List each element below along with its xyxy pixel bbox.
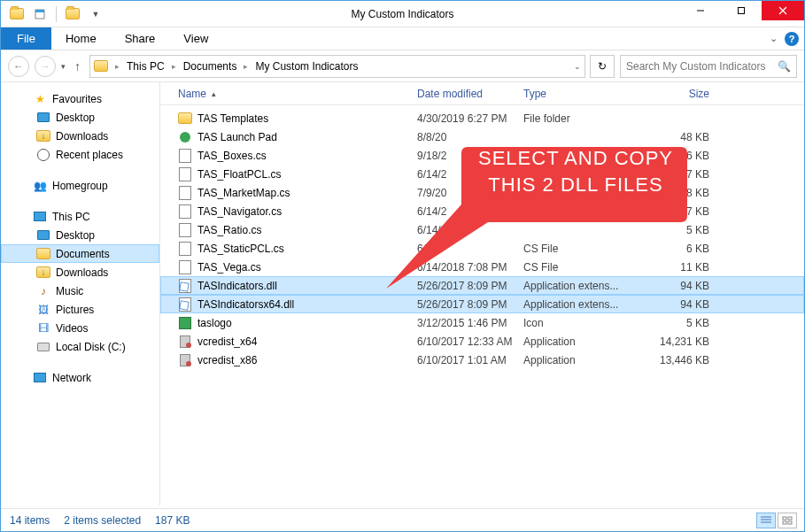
file-date: 6/1 [417, 243, 523, 255]
cs-icon [178, 223, 192, 237]
sidebar-homegroup[interactable]: 👥Homegroup [1, 176, 159, 195]
status-bar: 14 items 2 items selected 187 KB [1, 508, 804, 531]
up-button[interactable]: ↑ [71, 59, 84, 73]
sidebar-fav-recent[interactable]: Recent places [1, 145, 159, 164]
file-row[interactable]: TASIndicatorsx64.dll5/26/2017 8:09 PMApp… [160, 295, 804, 313]
file-row[interactable]: TAS_Navigator.cs6/14/27 KB [160, 202, 804, 220]
sidebar-fav-desktop[interactable]: Desktop [1, 108, 159, 127]
sidebar-pc-localdisk[interactable]: Local Disk (C:) [1, 337, 159, 356]
chevron-right-icon[interactable]: ▸ [112, 62, 123, 71]
svg-rect-1 [35, 10, 44, 12]
file-size: 5 KB [639, 224, 718, 236]
qat-new-folder[interactable] [62, 4, 83, 24]
address-bar[interactable]: ▸ This PC ▸ Documents ▸ My Custom Indica… [89, 55, 585, 78]
column-size[interactable]: Size [639, 88, 718, 100]
sidebar-pc-pictures[interactable]: 🖼Pictures [1, 300, 159, 319]
minimize-button[interactable] [680, 1, 721, 20]
file-date: 4/30/2019 6:27 PM [417, 112, 523, 125]
pictures-icon: 🖼 [36, 303, 50, 317]
file-name: TAS_Navigator.cs [197, 205, 282, 218]
breadcrumb-documents[interactable]: Documents [183, 60, 237, 73]
history-dropdown-icon[interactable]: ▾ [61, 62, 66, 71]
file-size: 8 KB [639, 187, 718, 199]
tab-home[interactable]: Home [51, 27, 111, 50]
file-row[interactable]: TAS_Ratio.cs6/14/25 KB [160, 220, 804, 239]
address-dropdown-icon[interactable]: ⌄ [574, 62, 581, 71]
tab-share[interactable]: Share [111, 27, 170, 50]
search-input[interactable]: Search My Custom Indicators 🔍 [620, 55, 797, 78]
file-row[interactable]: vcredist_x866/10/2017 1:01 AMApplication… [160, 351, 804, 369]
file-size: 48 KB [639, 131, 718, 143]
file-name: vcredist_x64 [197, 335, 257, 348]
file-size: 5 KB [639, 317, 718, 329]
sidebar: ★Favourites Desktop Downloads Recent pla… [1, 82, 160, 505]
file-row[interactable]: vcredist_x646/10/2017 12:33 AMApplicatio… [160, 332, 804, 351]
sidebar-pc-music[interactable]: ♪Music [1, 281, 159, 300]
tab-view[interactable]: View [169, 27, 222, 50]
chevron-right-icon[interactable]: ▸ [240, 62, 252, 71]
breadcrumb-current[interactable]: My Custom Indicators [255, 60, 358, 73]
file-row[interactable]: TAS_Vega.cs6/14/2018 7:08 PMCS File11 KB [160, 258, 804, 276]
breadcrumb-this-pc[interactable]: This PC [127, 60, 165, 73]
back-button[interactable]: ← [8, 56, 29, 77]
file-row[interactable]: TAS_Boxes.cs9/18/26 KB [160, 146, 804, 165]
file-type: Icon [523, 317, 639, 329]
qat-properties[interactable] [29, 4, 50, 24]
sidebar-pc-downloads[interactable]: Downloads [1, 263, 159, 281]
status-count: 14 items [10, 514, 50, 527]
sidebar-pc-documents[interactable]: Documents [1, 244, 159, 263]
help-icon[interactable]: ? [785, 32, 799, 46]
column-date[interactable]: Date modified [417, 88, 523, 100]
file-date: 6/10/2017 1:01 AM [417, 354, 523, 366]
maximize-button[interactable] [721, 1, 762, 20]
file-row[interactable]: TASIndicators.dll5/26/2017 8:09 PMApplic… [160, 276, 804, 295]
desktop-icon [36, 228, 50, 243]
file-name: TAS_Ratio.cs [197, 224, 261, 236]
file-size: 11 KB [639, 261, 718, 274]
file-tab[interactable]: File [1, 27, 51, 50]
cs-icon [178, 149, 192, 163]
sidebar-pc-videos[interactable]: 🎞Videos [1, 319, 159, 337]
file-row[interactable]: TAS Templates4/30/2019 6:27 PMFile folde… [160, 109, 804, 127]
file-date: 6/14/2 [417, 205, 523, 218]
column-type[interactable]: Type [523, 88, 639, 100]
ribbon: File Home Share View ⌄ ? [1, 27, 804, 50]
app-icon[interactable] [6, 4, 27, 24]
sidebar-network[interactable]: Network [1, 368, 159, 387]
file-type: Application [523, 354, 639, 366]
file-row[interactable]: TAS_MarketMap.cs7/9/208 KB [160, 183, 804, 202]
file-row[interactable]: TAS Launch Pad8/8/2048 KB [160, 127, 804, 146]
file-date: 6/14/2 [417, 168, 523, 181]
file-date: 9/18/2 [417, 150, 523, 162]
file-name: vcredist_x86 [197, 354, 257, 366]
file-row[interactable]: TAS_StaticPCL.cs6/1CS File6 KB [160, 239, 804, 258]
file-type: CS File [523, 243, 639, 255]
cs-icon [178, 186, 192, 200]
file-row[interactable]: taslogo3/12/2015 1:46 PMIcon5 KB [160, 313, 804, 332]
file-type: Application extens... [523, 298, 639, 311]
folder-icon [36, 247, 50, 261]
file-row[interactable]: TAS_FloatPCL.cs6/14/27 KB [160, 165, 804, 183]
forward-button[interactable]: → [35, 56, 56, 77]
qat-customize-icon[interactable]: ▼ [85, 4, 106, 24]
file-date: 6/14/2 [417, 224, 523, 236]
file-date: 6/14/2018 7:08 PM [417, 261, 523, 274]
file-size: 6 KB [639, 243, 718, 255]
ribbon-expand-icon[interactable]: ⌄ [770, 33, 778, 44]
view-details-button[interactable] [756, 513, 776, 528]
chevron-right-icon[interactable]: ▸ [168, 62, 180, 71]
file-date: 8/8/20 [417, 131, 523, 143]
view-large-icons-button[interactable] [778, 513, 797, 528]
sidebar-pc-desktop[interactable]: Desktop [1, 226, 159, 244]
download-icon [36, 129, 50, 143]
sidebar-this-pc[interactable]: This PC [1, 207, 159, 226]
refresh-button[interactable]: ↻ [590, 55, 615, 78]
search-placeholder: Search My Custom Indicators [626, 60, 765, 73]
sidebar-favourites[interactable]: ★Favourites [1, 89, 159, 108]
file-name: TAS_StaticPCL.cs [197, 243, 284, 255]
file-name: TAS_FloatPCL.cs [197, 168, 281, 181]
close-button[interactable] [762, 1, 804, 20]
cs-icon [178, 242, 192, 256]
sidebar-fav-downloads[interactable]: Downloads [1, 127, 159, 145]
column-name[interactable]: Name▴ [178, 88, 417, 100]
